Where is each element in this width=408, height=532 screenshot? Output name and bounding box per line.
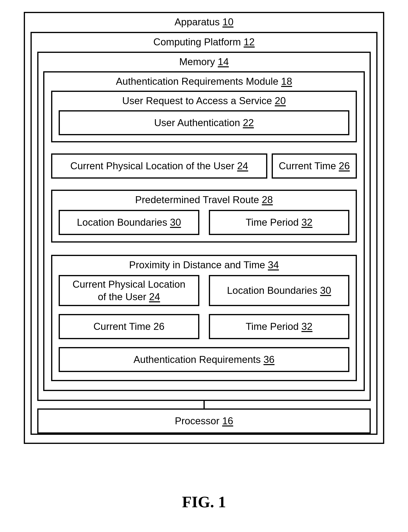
user-request-box: User Request to Access a Service 20 User…: [51, 91, 357, 142]
apparatus-box: Apparatus 10 Computing Platform 12 Memor…: [24, 12, 384, 444]
auth-module-box: Authentication Requirements Module 18 Us…: [43, 71, 365, 391]
travel-route-box: Predetermined Travel Route 28 Location B…: [51, 190, 357, 243]
user-request-label: User Request to Access a Service 20: [122, 95, 286, 106]
prox-current-location-label: Current Physical Location of the User 24: [73, 279, 186, 302]
figure-label: FIG. 1: [0, 493, 408, 511]
location-boundaries-box: Location Boundaries 30: [59, 210, 199, 235]
prox-current-time-label: Current Time 26: [94, 321, 164, 332]
prox-current-location-box: Current Physical Location of the User 24: [59, 275, 199, 306]
user-auth-label: User Authentication 22: [154, 117, 254, 128]
computing-platform-box: Computing Platform 12 Memory 14 Authenti…: [31, 32, 377, 435]
auth-module-label: Authentication Requirements Module 18: [116, 76, 292, 87]
current-time-label: Current Time 26: [279, 160, 350, 172]
auth-requirements-box: Authentication Requirements 36: [59, 347, 349, 372]
processor-label: Processor 16: [175, 415, 233, 426]
connector-line-icon: [204, 401, 205, 409]
prox-current-time-box: Current Time 26: [59, 314, 199, 339]
current-location-box: Current Physical Location of the User 24: [51, 154, 267, 179]
travel-route-row: Location Boundaries 30 Time Period 32: [59, 210, 349, 235]
user-auth-box: User Authentication 22: [59, 110, 349, 135]
prox-location-boundaries-label: Location Boundaries 30: [227, 284, 331, 297]
current-location-label: Current Physical Location of the User 24: [70, 160, 248, 172]
proximity-row-2: Current Time 26 Time Period 32: [59, 314, 349, 339]
travel-route-label: Predetermined Travel Route 28: [135, 194, 273, 205]
proximity-box: Proximity in Distance and Time 34 Curren…: [51, 255, 357, 381]
current-time-box: Current Time 26: [272, 154, 357, 179]
apparatus-label: Apparatus 10: [175, 16, 233, 27]
proximity-row-1: Current Physical Location of the User 24…: [59, 275, 349, 306]
time-period-box: Time Period 32: [209, 210, 349, 235]
location-boundaries-label: Location Boundaries 30: [77, 217, 181, 228]
prox-time-period-label: Time Period 32: [246, 321, 313, 332]
memory-processor-connector: [37, 401, 371, 409]
time-period-label: Time Period 32: [246, 217, 313, 228]
memory-box: Memory 14 Authentication Requirements Mo…: [37, 52, 371, 401]
computing-platform-label: Computing Platform 12: [153, 36, 255, 48]
prox-location-boundaries-box: Location Boundaries 30: [209, 275, 349, 306]
auth-req-row: Authentication Requirements 36: [59, 347, 349, 372]
memory-label: Memory 14: [179, 56, 229, 67]
processor-box: Processor 16: [37, 409, 371, 434]
auth-requirements-label: Authentication Requirements 36: [134, 354, 275, 365]
proximity-label: Proximity in Distance and Time 34: [129, 259, 279, 270]
prox-time-period-box: Time Period 32: [209, 314, 349, 339]
location-time-row: Current Physical Location of the User 24…: [51, 154, 357, 179]
